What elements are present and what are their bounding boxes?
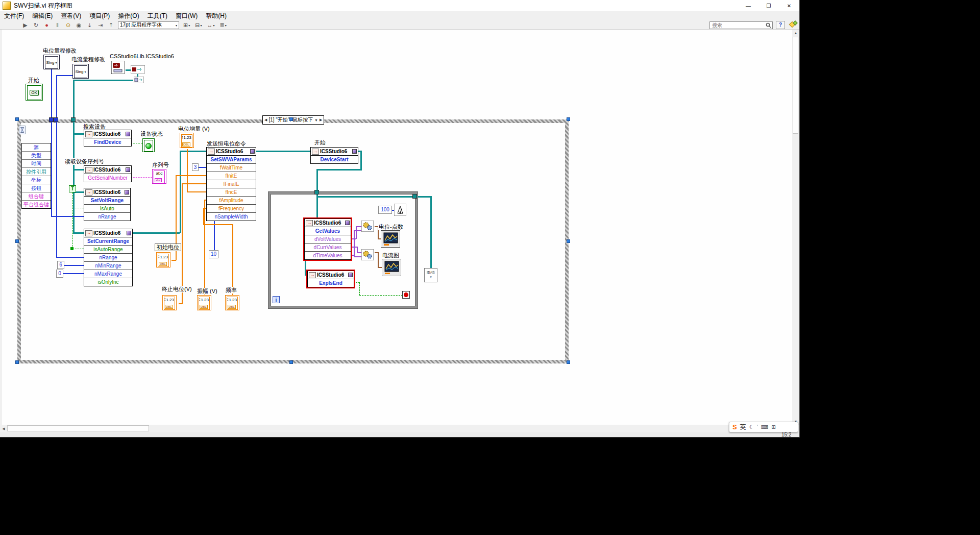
ime-language-toggle[interactable]: 英 — [740, 423, 746, 431]
vertical-scrollbar[interactable]: ▲ ▼ — [792, 30, 799, 425]
wire[interactable] — [357, 252, 361, 253]
invoke-node-row[interactable]: GetValues — [305, 227, 351, 235]
invoke-node-row[interactable]: fFinalE — [207, 180, 256, 188]
waveform-chart-terminal-current[interactable] — [382, 259, 401, 276]
horizontal-scrollbar[interactable]: ◀ ▶ — [0, 425, 792, 432]
ring-control-0[interactable]: Sing▾ — [43, 55, 60, 69]
wire[interactable] — [199, 167, 206, 168]
invoke-node-row[interactable]: DeviceStart — [311, 156, 358, 163]
moon-icon[interactable]: ☾ — [749, 424, 754, 430]
event-data-item[interactable]: 控件引用 — [22, 168, 51, 176]
font-selector[interactable]: 17pt 应用程序字体 ▾ — [118, 21, 179, 29]
wire-tunnel[interactable] — [71, 117, 76, 122]
wire[interactable] — [180, 151, 181, 233]
wire[interactable] — [214, 216, 215, 251]
wire[interactable] — [232, 224, 233, 296]
invoke-node-row[interactable]: SetCurrentRange — [84, 237, 132, 246]
menu-help[interactable]: 帮助(H) — [202, 11, 231, 21]
selection-handle[interactable] — [289, 360, 293, 364]
wire[interactable] — [131, 143, 142, 143]
wire[interactable] — [187, 191, 206, 192]
resize-objects-button[interactable]: ↔▾ — [206, 22, 215, 28]
invoke-node-device-start[interactable]: →ICSStudio6DeviceStart — [310, 147, 358, 164]
wire[interactable] — [73, 133, 84, 135]
invoke-node-row[interactable]: nRange — [84, 254, 132, 262]
numeric-constant-c6[interactable]: 6 — [57, 261, 64, 269]
loop-iteration-terminal[interactable]: i — [273, 296, 280, 303]
event-data-item[interactable]: 类型 — [22, 152, 51, 160]
selection-handle[interactable] — [15, 117, 19, 121]
wire[interactable] — [51, 69, 52, 217]
wire[interactable] — [56, 75, 57, 257]
numeric-constant-c100[interactable]: 100 — [378, 206, 392, 214]
wire[interactable] — [203, 224, 233, 225]
wire[interactable] — [378, 252, 379, 268]
wire[interactable] — [64, 265, 84, 266]
selection-handle[interactable] — [567, 239, 570, 243]
wait-ms-node[interactable] — [394, 204, 406, 216]
selection-handle[interactable] — [15, 239, 19, 243]
invoke-node-row[interactable]: dVoltValues — [305, 235, 351, 244]
wire[interactable] — [354, 256, 361, 257]
bundle-node-1[interactable] — [361, 221, 374, 232]
wire[interactable] — [73, 232, 84, 234]
wire[interactable] — [255, 151, 310, 152]
cast-to-class-icon[interactable] — [131, 65, 145, 74]
numeric-constant-c10[interactable]: 10 — [209, 250, 218, 258]
menu-window[interactable]: 窗口(W) — [172, 11, 202, 21]
menu-tools[interactable]: 工具(T) — [143, 11, 172, 21]
abort-button-icon[interactable]: ● — [43, 21, 51, 29]
open-reference-icon[interactable] — [134, 77, 144, 83]
invoke-node-row[interactable]: nMinRange — [84, 262, 132, 270]
scroll-left-icon[interactable]: ◀ — [0, 425, 7, 432]
right-cluster-terminal[interactable]: 图/错 c — [424, 268, 437, 282]
invoke-node-row[interactable]: fFrequency — [207, 205, 256, 213]
align-objects-button[interactable]: ⊞▾ — [182, 22, 191, 29]
menu-edit[interactable]: 编辑(E) — [28, 11, 57, 21]
invoke-node-row[interactable]: nRange — [84, 213, 130, 221]
keyboard-icon[interactable]: ⌨ — [761, 424, 768, 430]
wire[interactable] — [354, 230, 355, 257]
invoke-node-exp-is-end[interactable]: →ICSStudio6ExpIsEnd — [307, 271, 354, 287]
wire[interactable] — [126, 69, 131, 71]
run-button-icon[interactable]: ▶ — [21, 21, 29, 29]
wire[interactable] — [305, 259, 306, 275]
invoke-node-row[interactable]: isOnlyInc — [84, 278, 132, 286]
ring-control-1[interactable]: Sing▾ — [72, 64, 89, 79]
wire[interactable] — [56, 257, 84, 258]
numeric-terminal-1[interactable]: ▴▾1.23DBL — [156, 252, 170, 268]
wire[interactable] — [180, 151, 206, 152]
start-ok-button-terminal[interactable]: OK — [26, 84, 43, 101]
wire[interactable] — [430, 196, 432, 269]
invoke-node-get-serial[interactable]: →ICSStudio6GetSerialNumber — [84, 165, 132, 182]
step-out-icon[interactable]: ⇡ — [107, 21, 115, 29]
scroll-up-icon[interactable]: ▲ — [792, 30, 799, 36]
selection-handle[interactable] — [15, 360, 19, 364]
minimize-button[interactable]: — — [738, 0, 758, 11]
wire[interactable] — [204, 200, 205, 296]
wire[interactable] — [72, 208, 84, 208]
toolbar-decor-icon[interactable] — [788, 20, 798, 30]
wire[interactable] — [354, 230, 361, 231]
maximize-button[interactable]: ❐ — [758, 0, 779, 11]
wire[interactable] — [73, 80, 133, 81]
numeric-constant-c3[interactable]: 3 — [192, 163, 199, 171]
invoke-node-row[interactable]: isAuto — [84, 205, 130, 213]
event-case-selector[interactable]: ◀ [1] "开始": 鼠标按下 ▼ ▶ — [262, 115, 324, 125]
case-dropdown-icon[interactable]: ▼ — [314, 118, 318, 122]
numeric-terminal-0[interactable]: ▴▾1.23DBL — [180, 133, 194, 148]
ime-menu-icon[interactable]: ⊞ — [771, 424, 775, 430]
event-data-node[interactable]: 源类型时间控件引用坐标按钮组合键平台组合键 — [21, 143, 51, 209]
step-over-icon[interactable]: ⇥ — [96, 21, 104, 29]
highlight-execution-icon[interactable]: ⊙ — [64, 21, 72, 29]
punctuation-icon[interactable]: ’ — [757, 424, 758, 430]
event-data-item[interactable]: 组合键 — [22, 192, 51, 201]
wire-tunnel[interactable] — [412, 194, 417, 199]
numeric-terminal-3[interactable]: ▴▾1.23DBL — [197, 295, 211, 310]
search-input[interactable] — [711, 22, 766, 29]
numeric-constant-c0[interactable]: 0 — [56, 270, 63, 278]
selection-handle[interactable] — [567, 117, 570, 121]
bundle-node-2[interactable] — [361, 249, 374, 260]
reorder-button[interactable]: ≣▾ — [218, 22, 227, 29]
wire[interactable] — [418, 196, 431, 198]
